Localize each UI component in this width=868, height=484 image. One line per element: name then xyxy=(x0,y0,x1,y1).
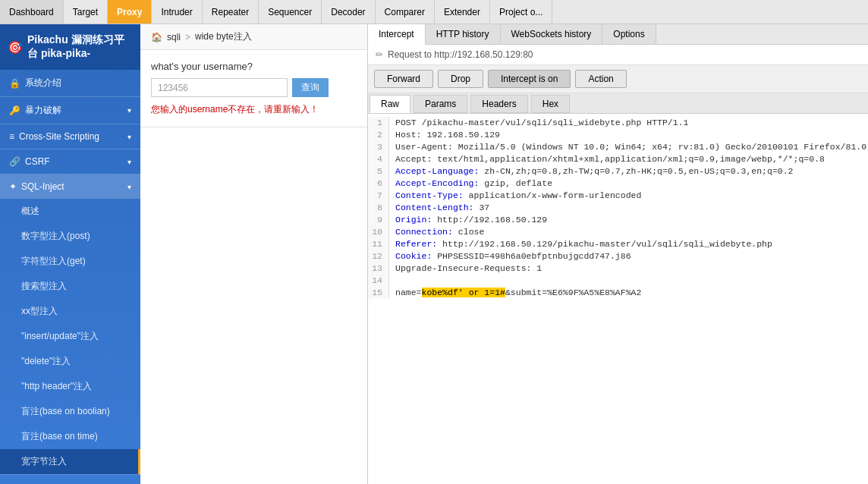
tab-project[interactable]: Project o... xyxy=(490,0,552,24)
code-line: 5Accept-Language: zh-CN,zh;q=0.8,zh-TW;q… xyxy=(368,165,868,178)
sidebar-sub-xx[interactable]: xx型注入 xyxy=(0,299,140,324)
tab-decoder[interactable]: Decoder xyxy=(322,0,375,24)
sidebar-item-intro[interactable]: 🔒 系统介绍 xyxy=(0,70,140,96)
tab-params[interactable]: Params xyxy=(414,95,467,113)
sidebar-sub-delete[interactable]: "delete"注入 xyxy=(0,349,140,374)
line-content xyxy=(389,275,395,287)
tab-proxy[interactable]: Proxy xyxy=(108,0,152,24)
key-icon: 🔑 xyxy=(9,105,20,116)
line-number: 13 xyxy=(368,262,389,275)
line-number: 11 xyxy=(368,238,389,250)
line-content: Origin: http://192.168.50.129 xyxy=(389,214,547,226)
line-number: 15 xyxy=(368,287,389,299)
sidebar-item-sqlinject-label: SQL-Inject xyxy=(21,181,64,192)
code-line: 3User-Agent: Mozilla/5.0 (Windows NT 10.… xyxy=(368,141,868,153)
sidebar-section-sqlinject: ✦ SQL-Inject ▾ 概述 数字型注入(post) 字符型注入(get)… xyxy=(0,174,140,475)
tab-extender[interactable]: Extender xyxy=(435,0,490,24)
line-content: Content-Length: 37 xyxy=(389,202,489,214)
tab-websockets-history[interactable]: WebSockets history xyxy=(501,24,603,44)
code-line: 4Accept: text/html,application/xhtml+xml… xyxy=(368,153,868,165)
line-content: Accept-Language: zh-CN,zh;q=0.8,zh-TW;q=… xyxy=(389,165,794,178)
sidebar-item-bruteforce[interactable]: 🔑 暴力破解 ▾ xyxy=(0,97,140,124)
tab-http-history[interactable]: HTTP history xyxy=(426,24,501,44)
sidebar-item-intro-label: 系统介绍 xyxy=(25,77,61,90)
logo-icon: 🎯 xyxy=(8,40,23,55)
chevron-down-icon-xss: ▾ xyxy=(127,133,131,141)
pencil-icon: ✏ xyxy=(376,49,383,60)
username-input[interactable] xyxy=(151,78,288,97)
drop-button[interactable]: Drop xyxy=(438,70,483,88)
line-content: Upgrade-Insecure-Requests: 1 xyxy=(389,262,542,275)
home-icon: 🏠 xyxy=(151,32,162,42)
sidebar-sub-blind-time[interactable]: 盲注(base on time) xyxy=(0,424,140,449)
tab-headers[interactable]: Headers xyxy=(470,95,527,113)
proxy-sub-tabs: Intercept HTTP history WebSockets histor… xyxy=(368,24,868,45)
sidebar-sub-wide-byte[interactable]: 宽字节注入 xyxy=(0,449,140,474)
tab-options[interactable]: Options xyxy=(602,24,656,44)
line-number: 10 xyxy=(368,226,389,238)
tab-dashboard[interactable]: Dashboard xyxy=(0,0,64,24)
action-buttons: Forward Drop Intercept is on Action xyxy=(368,65,868,93)
intercept-toggle-button[interactable]: Intercept is on xyxy=(488,70,571,88)
chevron-down-icon: ▾ xyxy=(127,106,131,115)
line-content: User-Agent: Mozilla/5.0 (Windows NT 10.0… xyxy=(389,141,866,153)
sql-icon: ✦ xyxy=(9,181,17,192)
sidebar-sub-search[interactable]: 搜索型注入 xyxy=(0,274,140,299)
sidebar-item-csrf[interactable]: 🔗 CSRF ▾ xyxy=(0,149,140,174)
sidebar-sub-http-header[interactable]: "http header"注入 xyxy=(0,374,140,399)
line-number: 1 xyxy=(368,117,389,129)
sidebar-item-sqlinject[interactable]: ✦ SQL-Inject ▾ xyxy=(0,174,140,199)
code-line: 12Cookie: PHPSESSID=498h6a0ebfptnbujgcdd… xyxy=(368,250,868,262)
form-error-message: 您输入的username不存在，请重新输入！ xyxy=(151,103,357,116)
code-line: 11Referer: http://192.168.50.129/pikachu… xyxy=(368,238,868,250)
tab-comparer[interactable]: Comparer xyxy=(376,0,435,24)
sidebar-item-xss-label: Cross-Site Scripting xyxy=(19,131,99,142)
tab-sequencer[interactable]: Sequencer xyxy=(259,0,322,24)
sidebar-sub-insert-update[interactable]: "insert/update"注入 xyxy=(0,324,140,349)
content-tabs: Raw Params Headers Hex xyxy=(368,93,868,114)
action-button[interactable]: Action xyxy=(575,70,626,88)
sidebar-sub-blind-bool[interactable]: 盲注(base on boolian) xyxy=(0,399,140,424)
line-number: 8 xyxy=(368,202,389,214)
line-content: POST /pikachu-master/vul/sqli/sqli_wideb… xyxy=(389,117,688,129)
line-number: 2 xyxy=(368,129,389,141)
line-number: 14 xyxy=(368,275,389,287)
line-number: 3 xyxy=(368,141,389,153)
sidebar-sub-char-get[interactable]: 字符型注入(get) xyxy=(0,249,140,274)
line-number: 9 xyxy=(368,214,389,226)
tab-repeater[interactable]: Repeater xyxy=(203,0,259,24)
chevron-down-icon-csrf: ▾ xyxy=(127,158,131,166)
code-line: 7Content-Type: application/x-www-form-ur… xyxy=(368,190,868,202)
form-area: what's your username? 查询 您输入的username不存在… xyxy=(140,50,367,127)
line-content: Connection: close xyxy=(389,226,484,238)
request-header: ✏ Request to http://192.168.50.129:80 xyxy=(368,45,868,65)
content-area: 🏠 sqli > wide byte注入 what's your usernam… xyxy=(140,24,367,484)
code-line: 14 xyxy=(368,275,868,287)
sidebar: 🎯 Pikachu 漏洞练习平台 pika-pika- 🔒 系统介绍 🔑 暴力破… xyxy=(0,24,140,484)
proxy-panel: Intercept HTTP history WebSockets histor… xyxy=(367,24,868,484)
forward-button[interactable]: Forward xyxy=(374,70,433,88)
sidebar-section-csrf: 🔗 CSRF ▾ xyxy=(0,149,140,174)
line-content: Accept: text/html,application/xhtml+xml,… xyxy=(389,153,825,165)
sidebar-item-xss[interactable]: ≡ Cross-Site Scripting ▾ xyxy=(0,124,140,149)
app-logo: 🎯 Pikachu 漏洞练习平台 pika-pika- xyxy=(0,24,140,70)
tab-intercept[interactable]: Intercept xyxy=(368,24,426,45)
line-number: 7 xyxy=(368,190,389,202)
breadcrumb-current: wide byte注入 xyxy=(195,30,252,43)
sidebar-sub-overview[interactable]: 概述 xyxy=(0,199,140,224)
code-line: 1POST /pikachu-master/vul/sqli/sqli_wide… xyxy=(368,117,868,129)
form-label: what's your username? xyxy=(151,61,357,72)
code-line: 15name=kobe%df' or 1=1#&submit=%E6%9F%A5… xyxy=(368,287,868,299)
tab-target[interactable]: Target xyxy=(64,0,108,24)
xss-icon: ≡ xyxy=(9,131,14,142)
breadcrumb: 🏠 sqli > wide byte注入 xyxy=(140,24,367,50)
app-title: Pikachu 漏洞练习平台 pika-pika- xyxy=(27,33,133,61)
submit-button[interactable]: 查询 xyxy=(292,78,329,97)
tab-raw[interactable]: Raw xyxy=(370,95,410,113)
sidebar-item-csrf-label: CSRF xyxy=(25,156,50,167)
tab-intruder[interactable]: Intruder xyxy=(152,0,202,24)
sidebar-sub-numeric-post[interactable]: 数字型注入(post) xyxy=(0,224,140,249)
tab-hex[interactable]: Hex xyxy=(531,95,570,113)
csrf-icon: 🔗 xyxy=(9,156,20,167)
request-body[interactable]: 1POST /pikachu-master/vul/sqli/sqli_wide… xyxy=(368,114,868,484)
